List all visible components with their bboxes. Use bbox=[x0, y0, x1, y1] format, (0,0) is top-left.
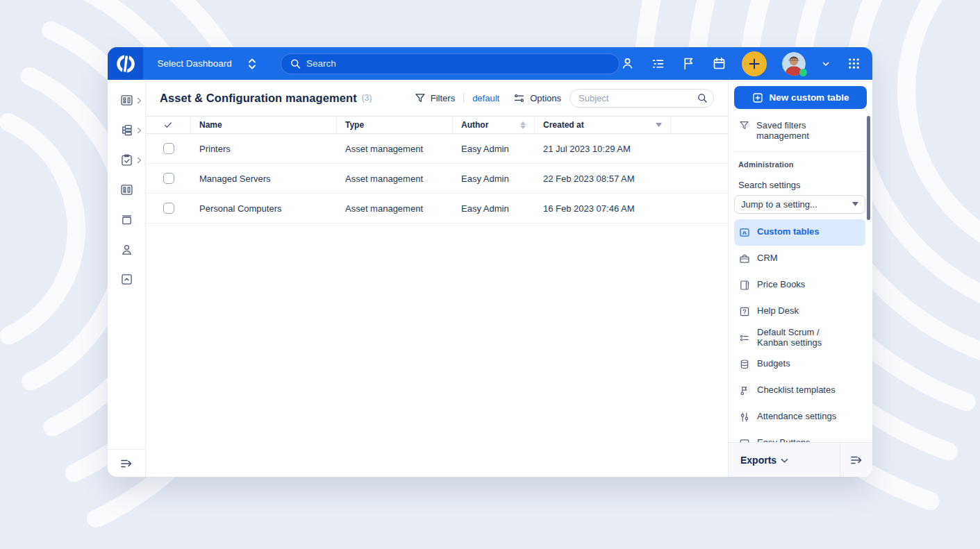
options-sliders-icon bbox=[513, 92, 525, 104]
panel-item-easy-buttons[interactable]: Easy Buttons bbox=[734, 430, 865, 442]
tasks-icon[interactable] bbox=[650, 56, 665, 71]
chevron-right-icon bbox=[137, 157, 142, 164]
expand-sidebar-button[interactable] bbox=[108, 449, 145, 477]
panel-item-custom-tables[interactable]: Custom tables bbox=[734, 219, 865, 246]
cell-author: Easy Admin bbox=[453, 164, 535, 193]
filter-funnel-icon bbox=[738, 120, 749, 130]
column-header-type[interactable]: Type bbox=[337, 117, 453, 133]
page-title: Asset & Configuration management bbox=[160, 92, 357, 105]
dashboard-blocks-icon bbox=[119, 183, 134, 197]
table-row[interactable]: Managed Servers Asset management Easy Ad… bbox=[146, 164, 728, 194]
cell-name[interactable]: Personal Computers bbox=[191, 194, 337, 223]
sidebar-item-users[interactable] bbox=[108, 235, 145, 264]
plus-square-icon bbox=[752, 92, 763, 103]
apps-grid-icon[interactable] bbox=[846, 56, 861, 71]
filter-funnel-icon bbox=[415, 92, 426, 103]
app-window: Select Dashboard bbox=[108, 47, 872, 477]
panel-item-scrum-kanban-settings[interactable]: Default Scrum / Kanban settings bbox=[734, 325, 865, 351]
column-header-name[interactable]: Name bbox=[191, 117, 337, 133]
table-row[interactable]: Personal Computers Asset management Easy… bbox=[146, 194, 728, 223]
panel-item-crm[interactable]: CRM bbox=[734, 246, 865, 272]
administration-section-label: Administration bbox=[734, 153, 865, 171]
add-new-button[interactable] bbox=[742, 51, 767, 76]
app-logo[interactable] bbox=[108, 47, 143, 80]
avatar-chevron-down-icon[interactable] bbox=[821, 56, 831, 71]
cell-created-at: 21 Jul 2023 10:29 AM bbox=[535, 134, 671, 163]
dashboard-icon bbox=[119, 93, 134, 108]
cell-name[interactable]: Printers bbox=[191, 134, 337, 163]
options-button[interactable]: Options bbox=[513, 92, 561, 104]
default-filter-link[interactable]: default bbox=[472, 93, 499, 103]
row-checkbox[interactable] bbox=[163, 203, 174, 214]
jump-to-setting-select[interactable]: Jump to a setting... bbox=[734, 195, 865, 214]
online-status-dot bbox=[799, 69, 807, 76]
checklist-circles-icon bbox=[738, 332, 750, 344]
row-checkbox[interactable] bbox=[163, 173, 174, 184]
collapse-panel-button[interactable] bbox=[840, 443, 872, 477]
sidebar-item-projects-tree[interactable] bbox=[108, 115, 145, 145]
checkmark-icon bbox=[163, 120, 173, 130]
dashboard-selector[interactable]: Select Dashboard bbox=[157, 58, 256, 70]
divider bbox=[734, 151, 865, 152]
column-header-empty bbox=[671, 117, 728, 133]
global-search-input[interactable] bbox=[306, 58, 611, 69]
user-profile-icon[interactable] bbox=[620, 56, 635, 71]
table-row[interactable]: Printers Asset management Easy Admin 21 … bbox=[146, 134, 728, 164]
sidebar-item-assets[interactable] bbox=[108, 205, 145, 235]
search-icon[interactable] bbox=[697, 92, 708, 103]
cell-created-at: 22 Feb 2023 08:57 AM bbox=[535, 164, 671, 193]
global-search[interactable] bbox=[281, 53, 620, 74]
sidebar-item-tasks[interactable] bbox=[108, 145, 145, 175]
main-content: Asset & Configuration management (3) Fil… bbox=[146, 80, 728, 477]
chevron-right-icon bbox=[137, 127, 142, 134]
panel-item-attendance-settings[interactable]: Attendance settings bbox=[734, 404, 865, 430]
avatar[interactable] bbox=[782, 52, 806, 76]
panel-footer: Exports bbox=[729, 442, 872, 477]
chevron-up-square-icon bbox=[119, 272, 134, 287]
table-header: Name Type Author Created at bbox=[146, 116, 728, 134]
panel-item-checklist-templates[interactable]: Checklist templates bbox=[734, 378, 865, 404]
panel-item-help-desk[interactable]: Help Desk bbox=[734, 298, 865, 325]
column-filter-caret-icon[interactable] bbox=[656, 123, 662, 127]
dashboard-selector-label: Select Dashboard bbox=[157, 58, 231, 69]
panel-scrollbar[interactable] bbox=[867, 116, 870, 220]
chevron-up-down-icon bbox=[247, 58, 257, 70]
help-question-icon bbox=[738, 306, 750, 317]
select-caret-icon bbox=[852, 202, 858, 206]
column-header-author[interactable]: Author bbox=[453, 117, 535, 133]
custom-tables-icon bbox=[738, 227, 750, 238]
person-icon bbox=[119, 242, 134, 257]
cell-name[interactable]: Managed Servers bbox=[191, 164, 337, 193]
sidebar-item-modules[interactable] bbox=[108, 175, 145, 205]
new-custom-table-button[interactable]: New custom table bbox=[734, 86, 867, 109]
clipboard-check-icon bbox=[119, 153, 134, 167]
record-count: (3) bbox=[362, 93, 372, 103]
panel-item-budgets[interactable]: Budgets bbox=[734, 351, 865, 378]
chevron-right-icon bbox=[137, 97, 142, 104]
sidebar-item-dashboards[interactable] bbox=[108, 85, 145, 115]
saved-filters-management-item[interactable]: Saved filters management bbox=[734, 115, 865, 147]
node-flag-icon bbox=[738, 385, 750, 396]
vertical-sliders-icon bbox=[738, 412, 750, 423]
left-sidebar bbox=[108, 80, 146, 477]
settings-panel: New custom table Saved filters managemen… bbox=[728, 80, 872, 477]
briefcase-icon bbox=[738, 253, 750, 264]
search-icon bbox=[290, 58, 301, 69]
calendar-icon[interactable] bbox=[711, 56, 726, 71]
subject-search-input[interactable] bbox=[570, 89, 714, 108]
cell-created-at: 16 Feb 2023 07:46 AM bbox=[535, 194, 671, 223]
archive-box-icon bbox=[119, 212, 134, 227]
exports-button[interactable]: Exports bbox=[729, 443, 840, 477]
sort-icon[interactable] bbox=[520, 121, 526, 129]
filters-label: Filters bbox=[431, 93, 455, 103]
filters-button[interactable]: Filters bbox=[415, 92, 455, 103]
sidebar-item-collapse-section[interactable] bbox=[108, 264, 145, 294]
panel-item-price-books[interactable]: Price Books bbox=[734, 272, 865, 298]
column-header-created-at[interactable]: Created at bbox=[535, 117, 671, 133]
expand-arrow-icon bbox=[119, 458, 133, 469]
settings-panel-scroll: Saved filters management Administration … bbox=[729, 113, 872, 442]
flag-icon[interactable] bbox=[681, 56, 696, 71]
hierarchy-icon bbox=[119, 123, 134, 137]
row-checkbox[interactable] bbox=[163, 143, 174, 154]
select-all-header[interactable] bbox=[146, 117, 191, 133]
